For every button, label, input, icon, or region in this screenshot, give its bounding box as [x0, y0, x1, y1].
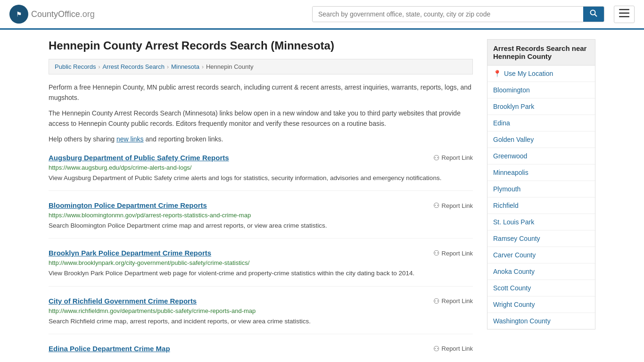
- result-item: Augsburg Department of Public Safety Cri…: [49, 154, 473, 191]
- result-desc: Search Richfield crime map, arrest repor…: [49, 317, 473, 326]
- report-link-icon: ⚇: [433, 297, 439, 305]
- sidebar-item-minneapolis[interactable]: Minneapolis: [487, 165, 595, 181]
- logo-text: CountyOffice.org: [31, 9, 95, 19]
- sidebar-list: 📍 Use My Location Bloomington Brooklyn P…: [487, 66, 595, 329]
- result-url[interactable]: http://www.brooklynpark.org/city-governm…: [49, 259, 473, 266]
- desc-para3: Help others by sharing new links and rep…: [49, 134, 473, 144]
- result-title[interactable]: City of Richfield Government Crime Repor…: [49, 297, 197, 305]
- sidebar-item-brooklyn-park[interactable]: Brooklyn Park: [487, 99, 595, 115]
- report-link-3[interactable]: ⚇ Report Link: [433, 297, 473, 305]
- logo-icon: ⚑: [9, 5, 28, 24]
- logo[interactable]: ⚑ CountyOffice.org: [9, 5, 95, 24]
- sidebar-item-st-louis-park[interactable]: St. Louis Park: [487, 214, 595, 230]
- breadcrumb-hennepin-county: Hennepin County: [206, 63, 253, 70]
- result-desc: View Augsburg Department of Public Safet…: [49, 173, 473, 183]
- new-links-link[interactable]: new links: [116, 135, 144, 143]
- report-link-icon: ⚇: [433, 249, 439, 257]
- report-link-2[interactable]: ⚇ Report Link: [433, 249, 473, 257]
- result-title[interactable]: Brooklyn Park Police Department Crime Re…: [49, 249, 211, 257]
- sidebar: Arrest Records Search near Hennepin Coun…: [487, 39, 595, 362]
- sidebar-item-golden-valley[interactable]: Golden Valley: [487, 132, 595, 148]
- sidebar-item-plymouth[interactable]: Plymouth: [487, 181, 595, 197]
- report-link-1[interactable]: ⚇ Report Link: [433, 201, 473, 210]
- result-title[interactable]: Edina Police Department Crime Map: [49, 345, 170, 353]
- report-link-icon: ⚇: [433, 345, 439, 353]
- sidebar-item-anoka-county[interactable]: Anoka County: [487, 263, 595, 280]
- search-bar: [312, 6, 604, 22]
- result-url[interactable]: https://www.augsburg.edu/dps/crime-alert…: [49, 164, 473, 171]
- sidebar-item-ramsey-county[interactable]: Ramsey County: [487, 230, 595, 247]
- result-item: Brooklyn Park Police Department Crime Re…: [49, 249, 473, 286]
- sidebar-item-bloomington[interactable]: Bloomington: [487, 82, 595, 99]
- result-desc: View Brooklyn Park Police Department web…: [49, 269, 473, 278]
- breadcrumb: Public Records › Arrest Records Search ›…: [49, 59, 473, 74]
- report-link-icon: ⚇: [433, 154, 439, 162]
- svg-rect-5: [619, 12, 629, 14]
- main-container: Hennepin County Arrest Records Search (M…: [39, 30, 605, 362]
- page-title: Hennepin County Arrest Records Search (M…: [49, 39, 473, 52]
- result-item: Edina Police Department Crime Map ⚇ Repo…: [49, 345, 473, 362]
- sidebar-item-greenwood[interactable]: Greenwood: [487, 148, 595, 165]
- sidebar-use-location[interactable]: 📍 Use My Location: [487, 66, 595, 82]
- results-list: Augsburg Department of Public Safety Cri…: [49, 154, 473, 362]
- sidebar-item-edina[interactable]: Edina: [487, 115, 595, 132]
- svg-text:⚑: ⚑: [16, 10, 22, 18]
- header: ⚑ CountyOffice.org: [0, 0, 644, 30]
- sidebar-item-carver-county[interactable]: Carver County: [487, 247, 595, 263]
- sidebar-title: Arrest Records Search near Hennepin Coun…: [487, 39, 595, 66]
- result-item: Bloomington Police Department Crime Repo…: [49, 201, 473, 239]
- result-title[interactable]: Augsburg Department of Public Safety Cri…: [49, 154, 229, 162]
- svg-rect-4: [619, 9, 629, 10]
- result-url[interactable]: https://www.bloomingtonmn.gov/pd/arrest-…: [49, 212, 473, 219]
- breadcrumb-arrest-records-search[interactable]: Arrest Records Search: [102, 63, 165, 70]
- result-url[interactable]: http://www.richfieldmn.gov/departments/p…: [49, 307, 473, 314]
- sidebar-item-wright-county[interactable]: Wright County: [487, 296, 595, 313]
- report-link-4[interactable]: ⚇ Report Link: [433, 345, 473, 353]
- breadcrumb-minnesota[interactable]: Minnesota: [171, 63, 199, 70]
- desc-para2: The Hennepin County Arrest Records Searc…: [49, 108, 473, 129]
- breadcrumb-public-records[interactable]: Public Records: [55, 63, 96, 70]
- svg-point-2: [591, 10, 595, 15]
- sidebar-item-scott-county[interactable]: Scott County: [487, 280, 595, 296]
- content-area: Hennepin County Arrest Records Search (M…: [49, 39, 473, 362]
- report-link-0[interactable]: ⚇ Report Link: [433, 154, 473, 162]
- desc-para1: Perform a free Hennepin County, MN publi…: [49, 82, 473, 103]
- menu-button[interactable]: [614, 6, 635, 23]
- svg-rect-6: [619, 16, 629, 17]
- result-item: City of Richfield Government Crime Repor…: [49, 297, 473, 334]
- search-input[interactable]: [313, 7, 583, 22]
- use-my-location-link[interactable]: Use My Location: [504, 70, 553, 77]
- search-button[interactable]: [583, 7, 604, 22]
- report-link-icon: ⚇: [433, 201, 439, 210]
- sidebar-item-richfield[interactable]: Richfield: [487, 197, 595, 214]
- result-title[interactable]: Bloomington Police Department Crime Repo…: [49, 201, 207, 209]
- svg-line-3: [595, 15, 597, 17]
- result-desc: Search Bloomington Police Department cri…: [49, 221, 473, 230]
- location-pin-icon: 📍: [493, 70, 501, 77]
- sidebar-item-washington-county[interactable]: Washington County: [487, 313, 595, 329]
- description: Perform a free Hennepin County, MN publi…: [49, 82, 473, 144]
